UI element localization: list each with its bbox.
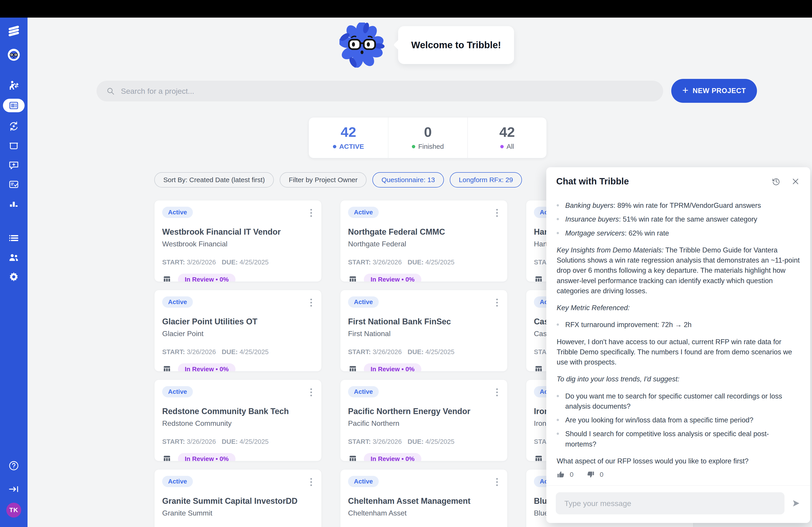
progress-badge: In Review • 0% (178, 453, 235, 461)
thumbs-down-icon (587, 470, 595, 479)
chat-paragraph: To dig into your loss trends, I'd sugges… (557, 374, 800, 384)
sidebar-item-help[interactable] (8, 460, 19, 471)
card-menu-icon[interactable] (494, 297, 499, 309)
status-badge: Active (348, 386, 379, 397)
bullet-dot-icon (557, 204, 559, 207)
progress-badge: In Review • 0% (364, 274, 421, 282)
stat-finished[interactable]: 0Finished (388, 118, 467, 158)
table-icon (162, 454, 172, 461)
status-badge: Active (348, 207, 379, 218)
project-card[interactable]: ActiveWestbrook Financial IT VendorWestb… (154, 200, 322, 282)
thumbs-down-count: 0 (600, 471, 604, 478)
table-icon (162, 364, 172, 372)
table-icon (534, 454, 543, 461)
status-badge: Active (162, 386, 193, 397)
card-menu-icon[interactable] (494, 386, 499, 398)
sidebar-item-walkthrough[interactable] (8, 80, 19, 91)
bullet-dot-icon (557, 232, 559, 234)
thumbs-up-icon (557, 470, 565, 479)
sidebar-item-sync-sparkle[interactable] (8, 121, 19, 132)
chat-footer (546, 485, 810, 523)
chat-message-input[interactable] (556, 492, 784, 514)
chat-bullet-item: Do you want me to search for specific cu… (557, 391, 800, 411)
chat-bullet-item: Mortgage servicers: 62% win rate (557, 228, 800, 238)
card-menu-icon[interactable] (308, 207, 314, 219)
chat-panel: Chat with Tribble Banking buyers: 89% wi… (546, 167, 810, 523)
stat-value: 42 (499, 125, 515, 139)
mascot-avatar-icon[interactable] (7, 48, 20, 61)
chat-paragraph: However, I don't have access to our actu… (557, 337, 800, 367)
card-menu-icon[interactable] (308, 476, 314, 488)
sidebar-item-bar-chart[interactable] (8, 198, 19, 209)
sidebar-item-list-rows[interactable] (8, 232, 19, 243)
project-card[interactable]: ActivePacific Northern Energy VendorPaci… (340, 380, 508, 461)
project-subtitle: Cheltenham Asset (348, 509, 499, 517)
progress-badge: In Review • 0% (178, 274, 235, 282)
thumbs-up-button[interactable]: 0 (557, 470, 574, 479)
filter-chip[interactable]: Filter by Project Owner (280, 172, 366, 187)
project-subtitle: Westbrook Financial (162, 240, 314, 248)
top-black-bar (0, 0, 812, 18)
send-button[interactable] (791, 499, 801, 508)
filter-chip[interactable]: Questionnaire: 13 (372, 172, 444, 187)
progress-badge: In Review • 0% (364, 363, 421, 372)
card-menu-icon[interactable] (494, 207, 499, 219)
table-icon (534, 275, 543, 282)
filter-chip[interactable]: Sort By: Created Date (latest first) (154, 172, 274, 187)
status-badge: Active (162, 476, 193, 487)
sidebar-item-people[interactable] (8, 252, 19, 263)
stat-value: 0 (424, 125, 432, 139)
project-card[interactable]: ActiveNorthgate Federal CMMCNorthgate Fe… (340, 200, 508, 282)
project-subtitle: Northgate Federal (348, 240, 499, 248)
chat-paragraph: What aspect of our RFP losses would you … (557, 456, 800, 466)
card-menu-icon[interactable] (308, 386, 314, 398)
search-input[interactable] (121, 87, 654, 95)
thumbs-down-button[interactable]: 0 (587, 470, 604, 479)
sidebar-item-settings[interactable] (8, 271, 19, 282)
project-subtitle: First National (348, 330, 499, 338)
project-subtitle: Redstone Community (162, 419, 314, 427)
project-subtitle: Granite Summit (162, 509, 314, 517)
new-project-button[interactable]: + NEW PROJECT (671, 79, 757, 103)
history-icon[interactable] (771, 177, 781, 186)
welcome-bubble: Welcome to Tribble! (398, 26, 514, 64)
project-dates: START: 3/26/2026DUE: 4/25/2025 (162, 258, 314, 266)
user-avatar[interactable]: TK (6, 503, 21, 517)
project-card[interactable]: ActiveFirst National Bank FinSecFirst Na… (340, 290, 508, 372)
stat-active[interactable]: 42ACTIVE (309, 118, 388, 158)
stat-label: All (507, 143, 514, 150)
project-subtitle: Glacier Point (162, 330, 314, 338)
project-search[interactable] (97, 81, 663, 102)
tribble-logo-icon[interactable] (8, 25, 20, 37)
stat-label: Finished (418, 143, 444, 150)
sidebar-item-chat-sparkle[interactable] (8, 160, 19, 170)
project-card[interactable]: ActiveGranite Summit Capital InvestorDDG… (154, 469, 322, 527)
chat-bullet-item: Banking buyers: 89% win rate for TPRM/Ve… (557, 200, 800, 211)
thumbs-up-count: 0 (570, 471, 574, 478)
table-icon (348, 364, 358, 372)
chat-bullet-item: Should I search for competitive loss ana… (557, 429, 800, 449)
filter-chip[interactable]: Longform RFx: 29 (450, 172, 522, 187)
card-menu-icon[interactable] (494, 476, 499, 488)
project-card[interactable]: ActiveCheltenham Asset ManagementChelten… (340, 469, 508, 527)
stat-dot-icon (500, 145, 504, 148)
sidebar-item-logout[interactable] (8, 484, 19, 495)
stat-dot-icon (412, 145, 415, 148)
sidebar-item-checklist[interactable] (8, 179, 19, 190)
project-card[interactable]: ActiveRedstone Community Bank TechRedsto… (154, 380, 322, 461)
stat-all[interactable]: 42All (467, 118, 547, 158)
chat-bullet-list: RFX turnaround improvement: 72h → 2h (557, 320, 800, 330)
table-icon (348, 454, 358, 461)
project-card[interactable]: ActiveGlacier Point Utilities OTGlacier … (154, 290, 322, 372)
card-menu-icon[interactable] (308, 297, 314, 309)
sidebar-item-projects[interactable] (3, 99, 25, 112)
project-dates: START: 3/26/2026DUE: 4/25/2025 (162, 438, 314, 446)
project-title: First National Bank FinSec (348, 317, 499, 326)
close-icon[interactable] (791, 177, 800, 186)
project-dates: START: 3/26/2026DUE: 4/25/2025 (162, 348, 314, 356)
project-dates: START: 3/26/2026DUE: 4/25/2025 (348, 348, 499, 356)
bullet-dot-icon (557, 395, 559, 397)
bullet-dot-icon (557, 323, 559, 326)
sidebar-item-tray[interactable] (8, 140, 19, 151)
project-title: Northgate Federal CMMC (348, 227, 499, 237)
